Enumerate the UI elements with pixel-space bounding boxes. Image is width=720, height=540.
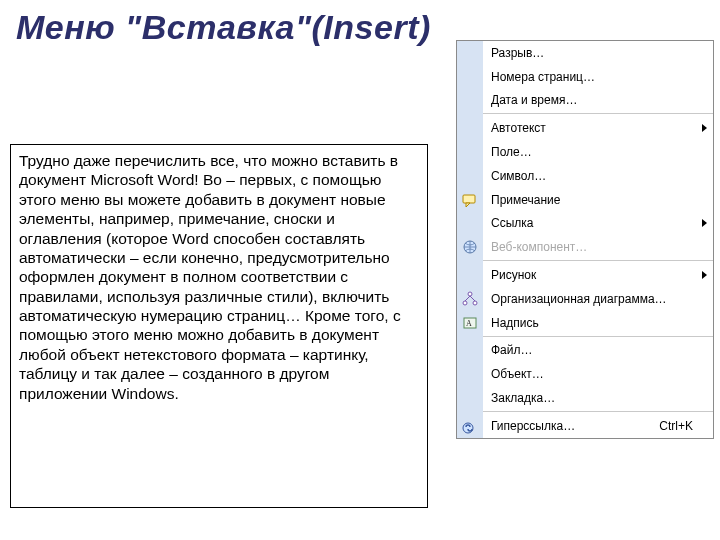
menu-item-label: Автотекст: [483, 121, 713, 135]
menu-item-10[interactable]: Организационная диаграмма…: [457, 287, 713, 311]
blank-icon: [457, 65, 483, 89]
menu-item-label: Закладка…: [483, 391, 713, 405]
blank-icon: [457, 41, 483, 65]
menu-item-4[interactable]: Поле…: [457, 140, 713, 164]
svg-point-4: [473, 301, 477, 305]
menu-item-label: Надпись: [483, 316, 713, 330]
comment-icon: [457, 188, 483, 212]
submenu-arrow-icon: [702, 124, 707, 132]
menu-item-label: Разрыв…: [483, 46, 713, 60]
menu-item-label: Файл…: [483, 343, 713, 357]
menu-item-1[interactable]: Номера страниц…: [457, 65, 713, 89]
hyperlink-icon: [457, 414, 483, 438]
menu-item-label: Ссылка: [483, 216, 713, 230]
blank-icon: [457, 212, 483, 236]
menu-item-label: Рисунок: [483, 268, 713, 282]
menu-item-14[interactable]: Закладка…: [457, 386, 713, 410]
menu-item-15[interactable]: Гиперссылка…Ctrl+K: [457, 414, 713, 438]
page-title: Меню "Вставка"(Insert): [16, 8, 431, 47]
menu-item-label: Гиперссылка…: [483, 419, 659, 433]
menu-item-3[interactable]: Автотекст: [457, 116, 713, 140]
svg-text:A: A: [466, 319, 472, 328]
blank-icon: [457, 339, 483, 363]
menu-item-label: Символ…: [483, 169, 713, 183]
menu-item-label: Поле…: [483, 145, 713, 159]
insert-menu: Разрыв…Номера страниц…Дата и время…Автот…: [456, 40, 714, 439]
menu-item-label: Примечание: [483, 193, 713, 207]
menu-item-label: Дата и время…: [483, 93, 713, 107]
description-textbox: Трудно даже перечислить все, что можно в…: [10, 144, 428, 508]
submenu-arrow-icon: [702, 219, 707, 227]
menu-item-13[interactable]: Объект…: [457, 362, 713, 386]
menu-item-11[interactable]: AНадпись: [457, 311, 713, 335]
submenu-arrow-icon: [702, 271, 707, 279]
blank-icon: [457, 89, 483, 113]
blank-icon: [457, 263, 483, 287]
menu-item-7[interactable]: Ссылка: [457, 212, 713, 236]
svg-point-2: [468, 292, 472, 296]
blank-icon: [457, 386, 483, 410]
blank-icon: [457, 164, 483, 188]
menu-item-label: Номера страниц…: [483, 70, 713, 84]
menu-item-label: Объект…: [483, 367, 713, 381]
menu-item-5[interactable]: Символ…: [457, 164, 713, 188]
textbox-icon: A: [457, 311, 483, 335]
svg-rect-0: [463, 195, 475, 203]
menu-item-label: Веб-компонент…: [483, 240, 713, 254]
web-icon: [457, 235, 483, 259]
blank-icon: [457, 140, 483, 164]
svg-point-3: [463, 301, 467, 305]
menu-item-9[interactable]: Рисунок: [457, 263, 713, 287]
menu-item-8: Веб-компонент…: [457, 235, 713, 259]
menu-item-12[interactable]: Файл…: [457, 339, 713, 363]
menu-item-0[interactable]: Разрыв…: [457, 41, 713, 65]
menu-item-2[interactable]: Дата и время…: [457, 89, 713, 113]
menu-item-6[interactable]: Примечание: [457, 188, 713, 212]
blank-icon: [457, 116, 483, 140]
blank-icon: [457, 362, 483, 386]
menu-item-label: Организационная диаграмма…: [483, 292, 713, 306]
menu-item-shortcut: Ctrl+K: [659, 419, 713, 433]
diagram-icon: [457, 287, 483, 311]
